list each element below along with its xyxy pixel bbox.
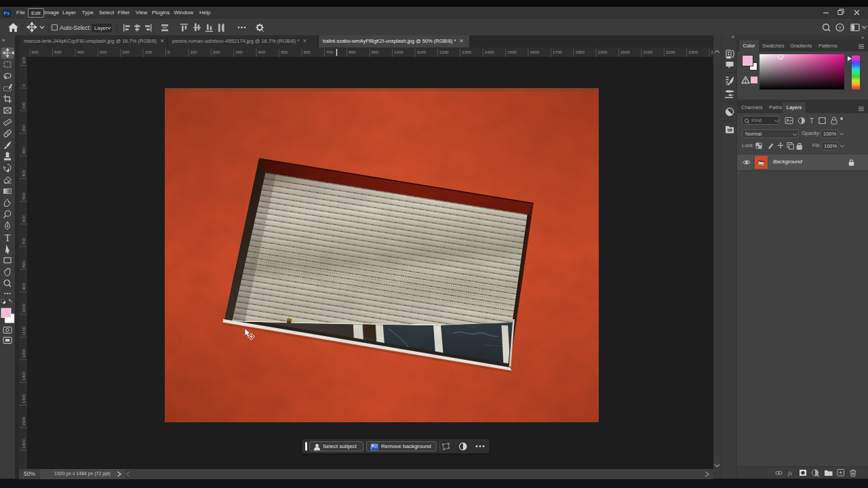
svg-text:T: T (5, 233, 11, 243)
svg-text:1100: 1100 (416, 49, 426, 54)
svg-text:400: 400 (258, 49, 266, 54)
svg-text:500: 500 (21, 192, 26, 200)
svg-text:1600: 1600 (530, 49, 539, 54)
svg-text:200: 200 (122, 49, 130, 54)
svg-text:700: 700 (326, 49, 334, 54)
svg-text:300: 300 (235, 49, 243, 54)
svg-text:T: T (810, 117, 814, 125)
svg-text:1000: 1000 (21, 303, 26, 312)
svg-text:1600: 1600 (21, 439, 26, 449)
svg-text:1700: 1700 (553, 49, 562, 54)
svg-text:500: 500 (281, 49, 288, 54)
svg-text:800: 800 (21, 260, 26, 268)
svg-text:100: 100 (21, 102, 26, 109)
svg-text:1300: 1300 (462, 49, 471, 54)
svg-text:100: 100 (190, 49, 197, 54)
svg-text:1500: 1500 (507, 49, 517, 54)
svg-text:1000: 1000 (394, 49, 403, 54)
svg-text:400: 400 (77, 49, 84, 54)
svg-text:100: 100 (145, 49, 153, 54)
svg-text:600: 600 (21, 215, 26, 222)
svg-text:1500: 1500 (21, 416, 26, 426)
svg-text:800: 800 (349, 49, 356, 54)
svg-text:1200: 1200 (439, 49, 449, 54)
svg-text:200: 200 (21, 124, 26, 131)
svg-text:2300: 2300 (688, 49, 698, 54)
svg-text:400: 400 (21, 169, 26, 177)
svg-text:700: 700 (21, 237, 26, 245)
svg-text:1200: 1200 (21, 348, 26, 358)
svg-text:2200: 2200 (666, 49, 675, 54)
svg-text:2000: 2000 (620, 49, 630, 54)
svg-text:500: 500 (54, 49, 62, 54)
svg-text:2100: 2100 (643, 49, 652, 54)
svg-text:Layer: Layer (94, 25, 108, 31)
svg-text:300: 300 (100, 49, 107, 54)
svg-text:1800: 1800 (575, 49, 585, 54)
svg-text:600: 600 (32, 49, 39, 54)
svg-text:?: ? (838, 25, 842, 31)
svg-text:0: 0 (167, 49, 170, 54)
svg-text:1300: 1300 (21, 371, 26, 380)
svg-text:1900: 1900 (598, 49, 608, 54)
svg-text:1400: 1400 (21, 394, 26, 403)
svg-text:600: 600 (303, 49, 311, 54)
svg-text:1100: 1100 (21, 326, 26, 336)
svg-text:200: 200 (213, 49, 220, 54)
svg-text:0: 0 (21, 84, 26, 87)
svg-text:900: 900 (372, 49, 379, 54)
svg-text:900: 900 (21, 283, 26, 290)
svg-text:Auto-Select:: Auto-Select: (60, 24, 91, 31)
svg-text:1400: 1400 (485, 49, 494, 54)
svg-text:300: 300 (21, 147, 26, 155)
svg-text:100: 100 (21, 57, 26, 64)
svg-text:fx: fx (788, 470, 793, 476)
